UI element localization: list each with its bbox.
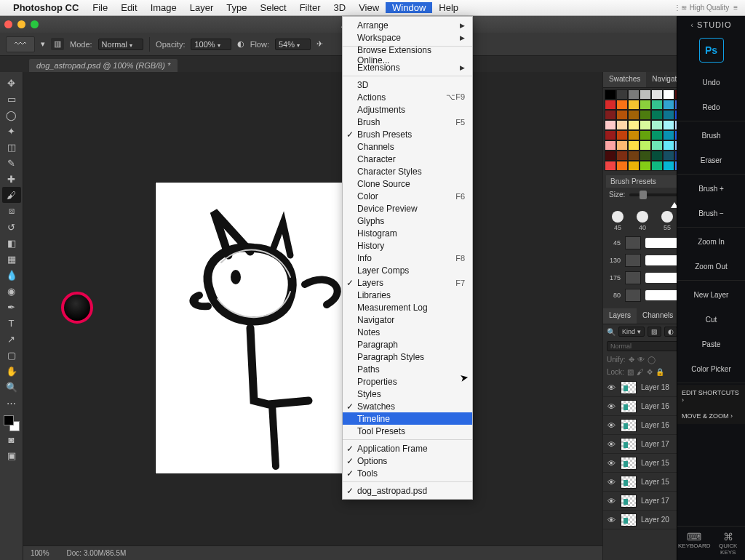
swatch[interactable] bbox=[628, 140, 640, 151]
eyedropper-tool-icon[interactable]: ✎ bbox=[2, 155, 21, 171]
menu-item-paths[interactable]: Paths bbox=[343, 363, 472, 375]
swatch[interactable] bbox=[616, 100, 628, 110]
visibility-icon[interactable]: 👁 bbox=[606, 478, 616, 487]
menu-item-layers[interactable]: ✓LayersF7 bbox=[343, 276, 472, 289]
menu-item-brush[interactable]: BrushF5 bbox=[343, 116, 472, 128]
menu-item-3d[interactable]: 3D bbox=[343, 79, 472, 91]
keyboard-button[interactable]: ⌨KEYBOARD bbox=[677, 527, 712, 560]
brush-tool-icon[interactable]: 🖌 bbox=[2, 187, 21, 203]
swatch[interactable] bbox=[663, 130, 674, 140]
studio-brush-[interactable]: Brush + bbox=[677, 176, 745, 201]
menu-item-application-frame[interactable]: ✓Application Frame bbox=[343, 442, 472, 455]
swatch[interactable] bbox=[651, 151, 663, 161]
unify-pos-icon[interactable]: ✥ bbox=[629, 356, 634, 364]
swatch[interactable] bbox=[663, 110, 674, 120]
path-tool-icon[interactable]: ↗ bbox=[2, 331, 21, 347]
menu-window[interactable]: Window bbox=[386, 2, 432, 13]
zoom-level[interactable]: 100% bbox=[31, 549, 49, 557]
menu-item-info[interactable]: InfoF8 bbox=[343, 252, 472, 264]
swatch[interactable] bbox=[663, 100, 674, 110]
swatch[interactable] bbox=[616, 140, 628, 151]
layer-thumbnail[interactable] bbox=[621, 495, 637, 508]
swatch[interactable] bbox=[616, 130, 628, 140]
blur-tool-icon[interactable]: 💧 bbox=[2, 267, 21, 283]
filter-adjust-icon[interactable]: ◐ bbox=[664, 327, 677, 337]
swatch[interactable] bbox=[605, 140, 616, 151]
menu-item-paragraph-styles[interactable]: Paragraph Styles bbox=[343, 351, 472, 363]
menu-item-channels[interactable]: Channels bbox=[343, 140, 472, 153]
menu-item-character[interactable]: Character bbox=[343, 153, 472, 165]
swatch[interactable] bbox=[628, 120, 640, 130]
menu-item-options[interactable]: ✓Options bbox=[343, 455, 472, 467]
swatch[interactable] bbox=[628, 89, 640, 100]
ps-badge-icon[interactable]: Ps bbox=[699, 38, 724, 63]
menu-item-styles[interactable]: Styles bbox=[343, 388, 472, 400]
flow-select[interactable]: 54% ▾ bbox=[275, 39, 311, 50]
swatch[interactable] bbox=[616, 151, 628, 161]
channels-tab[interactable]: Channels bbox=[637, 308, 679, 324]
eraser-tool-icon[interactable]: ◧ bbox=[2, 235, 21, 251]
swatch[interactable] bbox=[651, 89, 663, 100]
menu-item-properties[interactable]: Properties bbox=[343, 375, 472, 388]
document-canvas[interactable] bbox=[156, 183, 365, 473]
opacity-select[interactable]: 100% ▾ bbox=[191, 39, 231, 50]
menu-item-measurement-log[interactable]: Measurement Log bbox=[343, 301, 472, 313]
layer-thumbnail[interactable] bbox=[621, 476, 637, 489]
menu-item-device-preview[interactable]: Device Preview bbox=[343, 202, 472, 215]
menu-file[interactable]: File bbox=[86, 2, 114, 13]
studio-paste[interactable]: Paste bbox=[677, 332, 745, 356]
filter-pixel-icon[interactable]: ▧ bbox=[648, 327, 661, 337]
swatch[interactable] bbox=[651, 110, 663, 120]
swatch[interactable] bbox=[640, 120, 651, 130]
menu-item-character-styles[interactable]: Character Styles bbox=[343, 165, 472, 177]
swatches-tab[interactable]: Swatches bbox=[603, 72, 646, 87]
menu-select[interactable]: Select bbox=[253, 2, 292, 13]
canvas-area[interactable]: 100% Doc: 3.00M/86.5M bbox=[23, 72, 602, 560]
layer-thumbnail[interactable] bbox=[621, 438, 637, 451]
swatch[interactable] bbox=[628, 151, 640, 161]
unify-style-icon[interactable]: ◯ bbox=[648, 356, 656, 364]
more-tools-icon[interactable]: ⋯ bbox=[2, 395, 21, 411]
layer-thumbnail[interactable] bbox=[621, 400, 637, 413]
menu-item-navigator[interactable]: Navigator bbox=[343, 313, 472, 326]
swatch[interactable] bbox=[616, 110, 628, 120]
layers-tab[interactable]: Layers bbox=[603, 308, 637, 324]
swatch[interactable] bbox=[616, 120, 628, 130]
maximize-icon[interactable] bbox=[31, 20, 39, 28]
layer-thumbnail[interactable] bbox=[621, 419, 637, 432]
visibility-icon[interactable]: 👁 bbox=[606, 516, 616, 524]
menu-item-libraries[interactable]: Libraries bbox=[343, 289, 472, 301]
menu-item-browse-extensions-online-[interactable]: Browse Extensions Online... bbox=[343, 49, 472, 61]
type-tool-icon[interactable]: T bbox=[2, 315, 21, 331]
swatch[interactable] bbox=[628, 161, 640, 171]
brush-tip[interactable]: 55 bbox=[657, 211, 677, 231]
layer-thumbnail[interactable] bbox=[621, 457, 637, 470]
layer-thumbnail[interactable] bbox=[621, 381, 637, 394]
lock-pixels-icon[interactable]: ▧ bbox=[627, 368, 634, 376]
healing-tool-icon[interactable]: ✚ bbox=[2, 171, 21, 187]
swatch[interactable] bbox=[605, 120, 616, 130]
swatch[interactable] bbox=[616, 89, 628, 100]
lasso-tool-icon[interactable]: ◯ bbox=[2, 107, 21, 123]
swatch[interactable] bbox=[605, 130, 616, 140]
studio-zoom-out[interactable]: Zoom Out bbox=[677, 254, 745, 279]
studio-brush-[interactable]: Brush − bbox=[677, 201, 745, 225]
swatch[interactable] bbox=[628, 110, 640, 120]
menu-edit[interactable]: Edit bbox=[114, 2, 143, 13]
swatch[interactable] bbox=[628, 130, 640, 140]
swatch[interactable] bbox=[663, 140, 674, 151]
stamp-tool-icon[interactable]: ⧇ bbox=[2, 203, 21, 219]
studio-new-layer[interactable]: New Layer bbox=[677, 282, 745, 307]
swatch[interactable] bbox=[640, 110, 651, 120]
swatch[interactable] bbox=[616, 161, 628, 171]
menu-item-history[interactable]: History bbox=[343, 239, 472, 252]
studio-undo[interactable]: Undo bbox=[677, 70, 745, 95]
tool-preset-icon[interactable]: ▥ bbox=[51, 38, 64, 50]
studio-cut[interactable]: Cut bbox=[677, 307, 745, 332]
swatch[interactable] bbox=[605, 89, 616, 100]
swatch[interactable] bbox=[651, 130, 663, 140]
menu-help[interactable]: Help bbox=[432, 2, 465, 13]
lock-paint-icon[interactable]: 🖌 bbox=[637, 368, 644, 376]
edit-shortcuts-header[interactable]: EDIT SHORTCUTS › bbox=[677, 385, 745, 408]
pressure-opacity-icon[interactable]: ◐ bbox=[237, 39, 244, 49]
